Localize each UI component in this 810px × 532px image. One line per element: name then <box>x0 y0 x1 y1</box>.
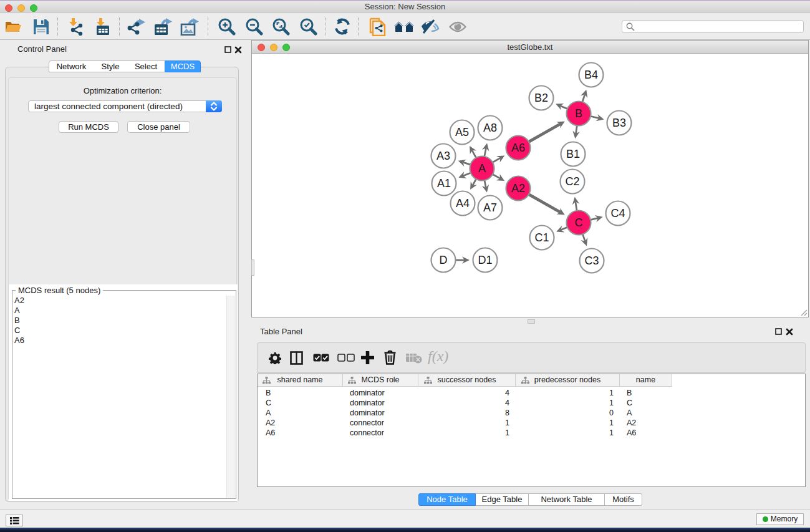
svg-text:C4: C4 <box>610 207 625 220</box>
svg-text:B3: B3 <box>612 117 626 129</box>
svg-text:A6: A6 <box>511 142 525 154</box>
svg-text:B1: B1 <box>566 148 580 160</box>
svg-text:A4: A4 <box>456 197 470 210</box>
svg-text:B2: B2 <box>534 92 548 104</box>
svg-text:A: A <box>478 162 486 175</box>
svg-text:D1: D1 <box>478 254 492 266</box>
svg-text:A5: A5 <box>455 126 469 138</box>
svg-text:C2: C2 <box>565 175 579 188</box>
svg-text:D: D <box>440 254 448 266</box>
svg-text:C1: C1 <box>534 231 549 244</box>
svg-text:B4: B4 <box>584 69 598 81</box>
svg-text:A1: A1 <box>437 177 451 190</box>
svg-text:B: B <box>575 107 582 120</box>
svg-text:A2: A2 <box>511 182 525 195</box>
svg-text:A3: A3 <box>436 150 450 162</box>
svg-text:C: C <box>575 216 583 229</box>
svg-text:A8: A8 <box>483 122 497 134</box>
svg-text:C3: C3 <box>584 254 599 267</box>
svg-text:A7: A7 <box>483 201 497 214</box>
